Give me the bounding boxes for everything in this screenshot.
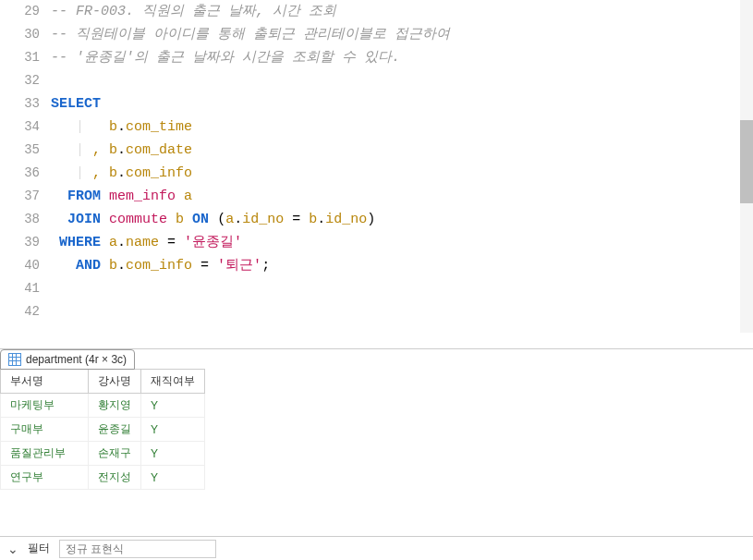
table-row[interactable]: 품질관리부손재구Y	[1, 442, 205, 466]
table-cell[interactable]: 연구부	[1, 466, 89, 490]
line-number: 38	[0, 208, 40, 231]
code-line[interactable]: WHERE a.name = '윤종길'	[51, 231, 753, 254]
results-table: 부서명강사명재직여부 마케팅부황지영Y구매부윤종길Y품질관리부손재구Y연구부전지…	[0, 369, 205, 490]
line-number: 34	[0, 116, 40, 139]
table-cell[interactable]: 황지영	[89, 394, 141, 418]
line-number: 30	[0, 23, 40, 46]
results-tab-bar: department (4r × 3c)	[0, 349, 753, 370]
editor-scrollbar[interactable]	[740, 0, 753, 333]
svg-rect-1	[9, 354, 12, 357]
line-number: 41	[0, 277, 40, 300]
table-cell[interactable]: 품질관리부	[1, 442, 89, 466]
filter-label: 필터	[28, 541, 50, 556]
svg-rect-5	[13, 358, 16, 360]
line-number: 37	[0, 185, 40, 208]
code-editor[interactable]: 2930313233343536373839404142 -- FR-003. …	[0, 0, 753, 333]
line-number-gutter: 2930313233343536373839404142	[0, 0, 51, 333]
filter-bar: ⌄ 필터	[0, 536, 753, 560]
line-number: 35	[0, 139, 40, 162]
line-number: 32	[0, 69, 40, 92]
line-number: 31	[0, 46, 40, 69]
line-number: 36	[0, 162, 40, 185]
result-tab-label: department (4r × 3c)	[26, 353, 127, 366]
filter-input[interactable]	[59, 540, 216, 558]
table-cell[interactable]: 손재구	[89, 442, 141, 466]
table-row[interactable]: 구매부윤종길Y	[1, 418, 205, 442]
results-pane: department (4r × 3c) 부서명강사명재직여부 마케팅부황지영Y…	[0, 349, 753, 536]
code-line[interactable]: -- FR-003. 직원의 출근 날짜, 시간 조회	[51, 0, 753, 23]
table-cell[interactable]: 윤종길	[89, 418, 141, 442]
svg-rect-7	[9, 361, 12, 365]
table-body: 마케팅부황지영Y구매부윤종길Y품질관리부손재구Y연구부전지성Y	[1, 394, 205, 490]
code-line[interactable]	[51, 69, 753, 92]
table-cell[interactable]: Y	[141, 418, 205, 442]
code-line[interactable]: | , b.com_date	[51, 139, 753, 162]
line-number: 29	[0, 0, 40, 23]
svg-rect-2	[13, 354, 16, 357]
column-header[interactable]: 강사명	[89, 370, 141, 394]
table-cell[interactable]: 마케팅부	[1, 394, 89, 418]
table-cell[interactable]: 구매부	[1, 418, 89, 442]
code-content[interactable]: -- FR-003. 직원의 출근 날짜, 시간 조회-- 직원테이블 아이디를…	[51, 0, 753, 333]
scrollbar-thumb[interactable]	[740, 120, 753, 203]
table-cell[interactable]: Y	[141, 466, 205, 490]
line-number: 33	[0, 92, 40, 116]
code-line[interactable]: -- '윤종길'의 출근 날짜와 시간을 조회할 수 있다.	[51, 46, 753, 69]
chevron-down-icon[interactable]: ⌄	[7, 542, 18, 556]
table-icon	[8, 353, 21, 366]
code-line[interactable]: JOIN commute b ON (a.id_no = b.id_no)	[51, 208, 753, 231]
result-tab-department[interactable]: department (4r × 3c)	[0, 349, 135, 370]
svg-rect-8	[13, 361, 16, 365]
table-header-row: 부서명강사명재직여부	[1, 370, 205, 394]
line-number: 42	[0, 300, 40, 323]
svg-rect-3	[17, 354, 20, 357]
pane-divider[interactable]	[0, 333, 753, 349]
code-line[interactable]	[51, 277, 753, 300]
column-header[interactable]: 부서명	[1, 370, 89, 394]
code-line[interactable]: | , b.com_info	[51, 162, 753, 185]
table-row[interactable]: 연구부전지성Y	[1, 466, 205, 490]
svg-rect-4	[9, 358, 12, 360]
table-cell[interactable]: 전지성	[89, 466, 141, 490]
code-line[interactable]	[51, 300, 753, 323]
line-number: 40	[0, 254, 40, 277]
column-header[interactable]: 재직여부	[141, 370, 205, 394]
code-line[interactable]: SELECT	[51, 92, 753, 116]
table-cell[interactable]: Y	[141, 442, 205, 466]
svg-rect-6	[17, 358, 20, 360]
code-line[interactable]: AND b.com_info = '퇴근';	[51, 254, 753, 277]
table-row[interactable]: 마케팅부황지영Y	[1, 394, 205, 418]
code-line[interactable]: FROM mem_info a	[51, 185, 753, 208]
svg-rect-9	[17, 361, 20, 365]
table-cell[interactable]: Y	[141, 394, 205, 418]
line-number: 39	[0, 231, 40, 254]
code-line[interactable]: -- 직원테이블 아이디를 통해 출퇴근 관리테이블로 접근하여	[51, 23, 753, 46]
code-line[interactable]: | b.com_time	[51, 116, 753, 139]
